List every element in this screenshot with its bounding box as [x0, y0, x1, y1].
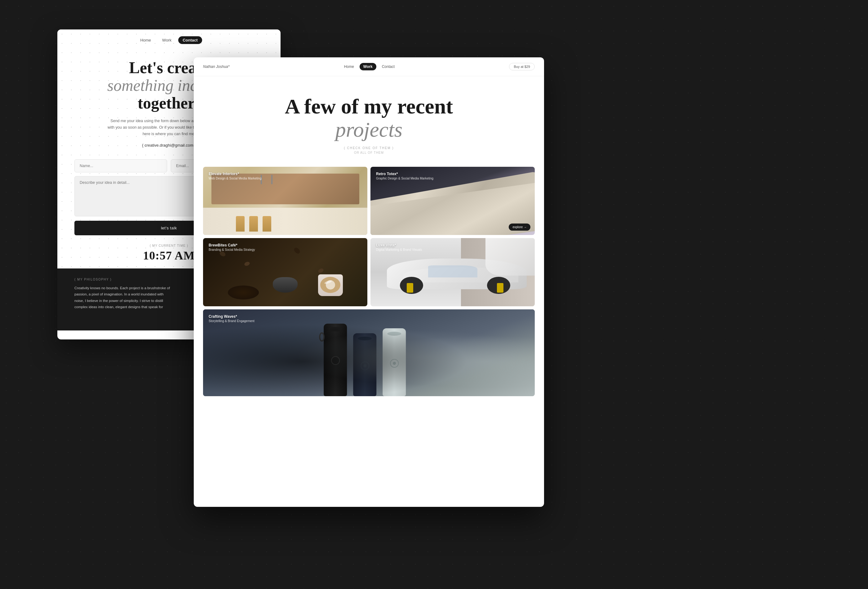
- hero-line3: together!: [138, 94, 200, 112]
- project-crafting-waves[interactable]: Crafting Waves* Storytelling & Brand Eng…: [203, 309, 535, 396]
- projects-card: Nathan Joshua* Home Work Contact Buy at …: [194, 58, 544, 507]
- project-type-waves: Storytelling & Brand Engagement: [209, 319, 529, 323]
- project-luxe-vista[interactable]: Luxe Vista* Digital Marketing & Brand Vi…: [371, 238, 535, 306]
- projects-grid: Elevate Interiors* Web Design & Social M…: [194, 164, 544, 399]
- projects-header: A few of my recent projects ( CHECK ONE …: [194, 76, 544, 164]
- nav-work[interactable]: Work: [158, 36, 176, 44]
- nav-front-home[interactable]: Home: [340, 63, 358, 70]
- brand-name: Nathan Joshua*: [203, 65, 229, 69]
- nav-home[interactable]: Home: [136, 36, 155, 44]
- nav-links: Home Work Contact: [340, 63, 399, 70]
- project-brewbites[interactable]: BrewBites Café* Branding & Social Media …: [203, 238, 368, 306]
- projects-sub1: ( CHECK ONE OF THEM ): [206, 146, 531, 150]
- buy-button[interactable]: Buy at $29: [509, 63, 535, 70]
- project-retro-totex[interactable]: Retro Totex* Graphic Design & Social Med…: [371, 167, 535, 235]
- project-name-luxe: Luxe Vista*: [376, 243, 529, 247]
- project-type-retro: Graphic Design & Social Media Marketing: [376, 177, 529, 180]
- projects-title-line1: A few of my recent: [285, 94, 453, 118]
- project-name-retro: Retro Totex*: [376, 172, 529, 176]
- explore-retro-button[interactable]: explore →: [509, 223, 530, 231]
- nav-front-work[interactable]: Work: [360, 63, 376, 70]
- project-type-brew: Branding & Social Media Strategy: [209, 248, 362, 251]
- nav-front-contact[interactable]: Contact: [378, 63, 399, 70]
- name-input[interactable]: [74, 159, 167, 172]
- project-type-luxe: Digital Marketing & Brand Visuals: [376, 248, 529, 251]
- project-name-interiors: Elevate Interiors*: [209, 172, 362, 176]
- philosophy-text: Creativity knows no bounds. Each project…: [74, 285, 174, 310]
- projects-title-line2: projects: [335, 118, 403, 141]
- contact-nav: Home Work Contact: [58, 30, 280, 50]
- project-type-interiors: Web Design & Social Media Marketing: [209, 177, 362, 180]
- project-elevate-interiors[interactable]: Elevate Interiors* Web Design & Social M…: [203, 167, 368, 235]
- projects-nav: Nathan Joshua* Home Work Contact Buy at …: [194, 58, 544, 76]
- nav-contact[interactable]: Contact: [178, 36, 202, 44]
- project-name-waves: Crafting Waves*: [209, 314, 529, 319]
- projects-sub2: OR ALL OF THEM: [206, 151, 531, 154]
- project-name-brew: BrewBites Café*: [209, 243, 362, 247]
